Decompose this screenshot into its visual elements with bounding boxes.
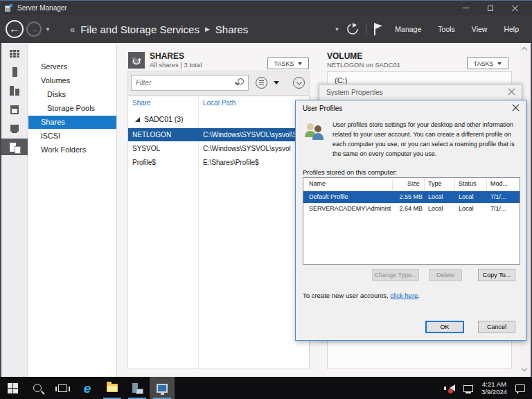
shares-filter-toolbar — [127, 71, 310, 96]
tray-time: 4:21 AM — [481, 380, 507, 388]
shares-table-header: Share Local Path — [128, 96, 309, 110]
cancel-button[interactable]: Cancel — [478, 321, 515, 333]
menu-help[interactable]: Help — [499, 22, 524, 36]
volume-muted-icon[interactable] — [450, 384, 455, 391]
task-view-icon — [58, 384, 67, 392]
tasks-dropdown-icon — [298, 62, 302, 65]
shares-table: Share Local Path SADC01 (3) NETLOGON C:\… — [127, 96, 310, 369]
dashboard-icon[interactable] — [1, 45, 28, 62]
table-row-netlogon[interactable]: NETLOGON C:\Windows\SYSVOL\sysvol\Serve — [128, 128, 309, 141]
task-view-button[interactable] — [50, 377, 75, 399]
shares-panel-title: SHARES — [150, 51, 184, 61]
back-button[interactable]: ← — [6, 20, 24, 38]
scroll-up-icon[interactable] — [522, 47, 527, 53]
share-name: NETLOGON — [132, 131, 171, 139]
column-status[interactable]: Status — [459, 180, 477, 187]
notifications-flag-icon[interactable] — [373, 23, 383, 35]
copy-to-button[interactable]: Copy To... — [478, 269, 515, 281]
sidebar-item-disks[interactable]: Disks — [28, 88, 116, 101]
close-icon — [512, 5, 519, 12]
breadcrumb-current[interactable]: Shares — [215, 24, 249, 35]
shares-panel-icon — [128, 52, 145, 69]
column-modified[interactable]: Mod... — [490, 180, 508, 187]
internet-explorer-icon: e — [84, 382, 91, 395]
taskbar-search-button[interactable] — [25, 377, 50, 399]
table-row-sysvol[interactable]: SYSVOL C:\Windows\SYSVOL\sysvol — [128, 142, 309, 155]
profile-size: 2.64 MB — [395, 205, 423, 212]
forward-button[interactable]: → — [26, 21, 42, 37]
share-name: Profile$ — [132, 159, 156, 166]
server-group-row[interactable]: SADC01 (3) — [128, 113, 184, 125]
column-local-path[interactable]: Local Path — [203, 99, 236, 107]
volume-tasks-label: TASKS — [474, 60, 494, 67]
filter-options-icon[interactable] — [256, 77, 267, 89]
tray-date: 3/9/2024 — [481, 388, 507, 396]
system-tray: 4:21 AM 3/9/2024 — [450, 377, 532, 399]
change-type-button[interactable]: Change Type... — [372, 269, 419, 281]
refresh-icon[interactable] — [346, 23, 359, 35]
sidebar-item-storage-pools[interactable]: Storage Pools — [28, 102, 116, 115]
server-group-icon[interactable] — [1, 101, 28, 118]
scope-dropdown-icon[interactable]: ▼ — [334, 26, 339, 33]
file-explorer-button[interactable] — [100, 377, 125, 399]
server-manager-taskbar-button[interactable] — [125, 377, 150, 399]
shares-tasks-button[interactable]: TASKS — [267, 57, 309, 69]
column-type[interactable]: Type — [428, 180, 442, 187]
share-path: E:\Shares\Profile$ — [203, 159, 259, 166]
table-row-profile[interactable]: Profile$ E:\Shares\Profile$ — [128, 156, 309, 169]
maximize-button[interactable] — [484, 3, 497, 13]
internet-explorer-button[interactable]: e — [75, 377, 100, 399]
column-share[interactable]: Share — [132, 99, 151, 107]
system-properties-title: System Properties — [326, 89, 383, 96]
column-name[interactable]: Name — [309, 180, 326, 187]
sidebar-item-volumes[interactable]: Volumes — [28, 74, 116, 87]
filter-input[interactable] — [131, 75, 249, 91]
menu-manage[interactable]: Manage — [390, 22, 426, 36]
user-profiles-close-icon[interactable] — [512, 104, 520, 112]
sidebar-item-shares[interactable]: Shares — [28, 116, 116, 129]
scroll-down-icon[interactable] — [522, 366, 527, 371]
cluster-icon[interactable] — [1, 120, 28, 136]
profile-type: Local — [428, 193, 443, 200]
local-server-icon[interactable] — [1, 64, 28, 80]
menu-tools[interactable]: Tools — [433, 22, 460, 36]
profiles-list-header: Name Size Type Status Mod... — [303, 178, 520, 190]
minimize-button[interactable] — [459, 3, 472, 13]
active-window-button[interactable] — [150, 377, 175, 399]
sidebar-item-work-folders[interactable]: Work Folders — [28, 143, 116, 157]
system-properties-close-icon[interactable] — [508, 88, 515, 96]
collapse-panel-icon[interactable] — [293, 77, 305, 89]
filter-dropdown-icon[interactable] — [274, 81, 279, 85]
volume-tasks-button[interactable]: TASKS — [467, 57, 508, 69]
start-button[interactable] — [0, 377, 25, 399]
folder-icon — [107, 384, 118, 392]
profile-row-default[interactable]: Default Profile 2.55 MB Local Local 7/1/… — [303, 191, 520, 203]
network-icon[interactable] — [463, 385, 473, 392]
sidebar-item-servers[interactable]: Servers — [28, 60, 116, 73]
sidebar-item-iscsi[interactable]: iSCSI — [28, 130, 116, 143]
ok-button[interactable]: OK — [425, 321, 464, 333]
all-servers-icon[interactable] — [1, 82, 28, 99]
clock[interactable]: 4:21 AM 3/9/2024 — [481, 380, 507, 396]
column-size[interactable]: Size — [407, 180, 420, 187]
breadcrumb-parent[interactable]: File and Storage Services — [80, 24, 200, 35]
history-dropdown-icon[interactable]: ▼ — [45, 26, 51, 33]
profile-size: 2.55 MB — [395, 193, 423, 200]
profile-row-administrator[interactable]: SERVERACADEMY\Administ... 2.64 MB Local … — [303, 203, 520, 215]
group-expanded-icon[interactable] — [135, 117, 140, 122]
close-button[interactable] — [508, 3, 522, 13]
file-storage-services-icon[interactable] — [1, 139, 28, 155]
windows-logo-icon — [8, 383, 18, 393]
footer-prefix: To create new user accounts, — [303, 292, 390, 299]
maximize-icon — [488, 6, 493, 11]
action-center-icon[interactable] — [515, 384, 525, 392]
tasks-dropdown-icon — [497, 62, 502, 65]
share-name: SYSVOL — [132, 145, 160, 152]
delete-button[interactable]: Delete — [429, 269, 462, 281]
profile-modified: 7/1/... — [490, 205, 506, 212]
profiles-list-label: Profiles stored on this computer: — [303, 168, 397, 176]
share-path: C:\Windows\SYSVOL\sysvol — [203, 145, 291, 152]
menu-view[interactable]: View — [467, 22, 493, 36]
click-here-link[interactable]: click here — [390, 292, 418, 299]
collapse-breadcrumb-icon[interactable]: « — [70, 24, 73, 35]
